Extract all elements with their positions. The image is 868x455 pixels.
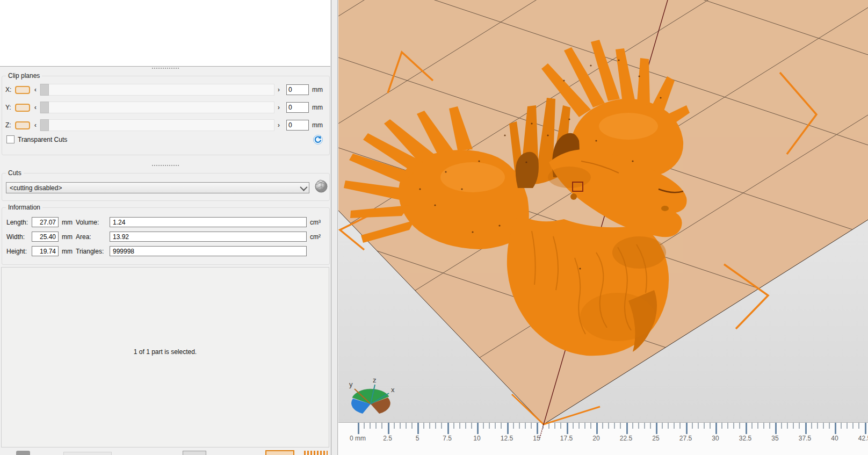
length-label: Length: [6,219,32,226]
volume-input[interactable] [110,217,307,227]
unit-label: mm [312,121,325,129]
selection-corner-brackets [340,52,816,329]
panel-border-line [331,0,331,455]
clip-axis-label: Z: [5,121,14,129]
section-line [540,0,668,438]
clip-value-input-x[interactable] [286,84,309,95]
slider-right-arrow[interactable]: › [276,84,282,95]
info-row-height: Height: mm Triangles: [6,245,324,257]
transparent-cuts-row: Transparent Cuts [6,135,67,143]
selection-point-marker [573,182,583,191]
information-group: Information Length: mm Volume: cm³ Width… [2,207,330,265]
unit-label: mm [312,86,325,93]
clip-slider-track-x[interactable] [40,84,274,96]
sphere-icon [313,178,329,194]
slider-left-arrow[interactable]: ‹ [32,84,39,95]
head [549,149,687,237]
clip-plane-button-y[interactable] [15,104,30,112]
application-window: Clip planes X: ‹ › mm Y: ‹ › mm Z: [0,0,868,455]
triangles-input[interactable] [110,246,307,256]
slider-right-arrow[interactable]: › [276,120,282,131]
refresh-icon [313,134,323,145]
axis-label-z: z [373,376,377,384]
unit-label: mm [62,248,76,255]
right-antler [541,40,690,183]
cut-sphere-button[interactable] [313,178,330,195]
axis-gizmo: y z x [349,376,395,414]
moose-model[interactable] [344,40,690,356]
slider-right-arrow[interactable]: › [276,102,282,113]
neck [507,214,669,356]
eye [570,193,577,200]
group-title: Information [6,204,42,211]
selection-status-panel: 1 of 1 part is selected. [1,267,329,447]
fur-texture [532,231,647,334]
unit-label: cm³ [310,219,324,226]
triangles-label: Triangles: [76,248,110,255]
volume-label: Volume: [76,219,110,226]
clip-value-input-z[interactable] [286,120,309,131]
axis-label-x: x [391,386,395,394]
axis-label-y: y [349,380,353,388]
unit-label: cm² [310,233,324,241]
ear [516,152,539,188]
clip-value-input-y[interactable] [286,102,309,113]
clip-plane-button-z[interactable] [15,121,30,129]
clip-planes-group: Clip planes X: ‹ › mm Y: ‹ › mm Z: [2,76,330,155]
reset-clip-button[interactable] [313,134,323,145]
bottom-toolbar-icon-3[interactable] [183,451,206,455]
transparent-cuts-label: Transparent Cuts [18,136,67,143]
cuts-dropdown[interactable]: <cutting disabled> [6,182,309,193]
clip-plane-button-x[interactable] [15,86,30,94]
viewport-3d[interactable]: 0 mm2.557.51012.51517.52022.52527.53032.… [338,0,868,455]
left-antler [344,106,529,249]
slider-left-arrow[interactable]: ‹ [32,120,39,131]
height-input[interactable] [32,246,59,256]
viewport-border-line [337,0,338,455]
chevron-down-icon [300,183,307,191]
clip-plane-row-z: Z: ‹ › mm [5,119,325,131]
clip-slider-thumb-y[interactable] [40,102,49,113]
group-title: Cuts [6,169,24,177]
left-panel: Clip planes X: ‹ › mm Y: ‹ › mm Z: [0,0,331,455]
scene-canvas: y z x [338,0,868,455]
parts-list-panel[interactable] [0,0,330,67]
clip-slider-thumb-z[interactable] [40,119,49,131]
height-label: Height: [6,248,32,255]
bottom-toolbar-icon-2[interactable] [63,452,112,455]
unit-label: mm [62,219,76,226]
clip-slider-track-z[interactable] [40,119,274,131]
clip-plane-row-x: X: ‹ › mm [5,84,325,96]
ruler: 0 mm2.557.51012.51517.52022.52527.53032.… [338,422,868,455]
length-input[interactable] [32,217,59,227]
cuts-group: Cuts <cutting disabled> [2,173,330,201]
clip-axis-label: X: [5,86,14,93]
selection-status-text: 1 of 1 part is selected. [2,348,329,356]
clip-slider-thumb-x[interactable] [40,84,49,96]
mesh-defect-speckles [419,59,661,269]
group-title: Clip planes [6,72,42,80]
unit-label: mm [62,233,76,241]
splitter-grip[interactable] [152,165,179,168]
info-row-length: Length: mm Volume: cm³ [6,216,324,228]
bottom-toolbar [0,447,331,455]
transparent-cuts-checkbox[interactable] [6,135,15,143]
build-platform [338,0,868,446]
clip-slider-track-y[interactable] [40,102,274,113]
clip-plane-row-y: Y: ‹ › mm [5,102,325,113]
area-label: Area: [76,233,110,241]
cuts-dropdown-value: <cutting disabled> [10,184,300,192]
clip-axis-label: Y: [5,104,14,111]
ear [552,133,580,177]
bottom-toolbar-icon-1[interactable] [16,451,30,455]
bottom-toolbar-icon-4[interactable] [265,450,294,455]
splitter-grip[interactable] [152,68,179,71]
unit-label: mm [312,104,325,111]
width-label: Width: [6,233,32,241]
slider-left-arrow[interactable]: ‹ [32,102,39,113]
area-input[interactable] [110,232,307,242]
width-input[interactable] [32,232,59,242]
info-row-width: Width: mm Area: cm² [6,231,324,242]
bottom-toolbar-icon-5[interactable] [304,451,328,455]
